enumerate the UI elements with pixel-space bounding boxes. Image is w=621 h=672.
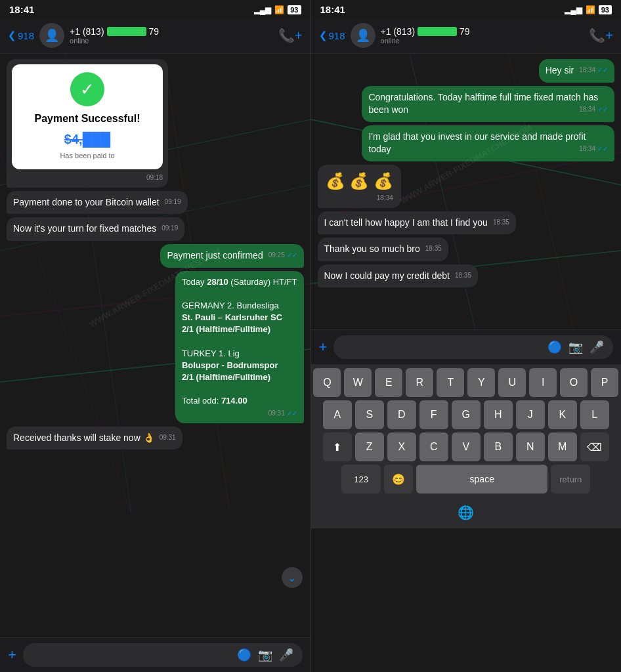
camera-icon-right[interactable]: 📷	[568, 340, 583, 354]
key-f[interactable]: F	[419, 400, 448, 429]
key-r[interactable]: R	[406, 368, 433, 397]
key-t[interactable]: T	[437, 368, 464, 397]
message-pay-credit: Now I could pay my credit debt 18:35	[318, 264, 478, 288]
key-a[interactable]: A	[323, 400, 352, 429]
globe-icon[interactable]: 🌐	[458, 505, 474, 520]
plus-button-right[interactable]: +	[319, 339, 328, 356]
key-d[interactable]: D	[387, 400, 416, 429]
contact-suffix-left: 79	[149, 26, 160, 37]
chat-header-right: ❮ 918 👤 +1 (813) 79 online 📞+	[311, 18, 622, 54]
chat-header-left: ❮ 918 👤 +1 (813) 79 online 📞+	[0, 18, 310, 54]
contact-suffix-right: 79	[460, 26, 470, 37]
name-bar-left	[107, 27, 146, 36]
key-shift[interactable]: ⬆	[323, 432, 352, 461]
keyboard-row-4: 123 😊 space return	[314, 465, 619, 494]
mic-icon-right[interactable]: 🎤	[589, 340, 604, 354]
msg-text-hey-sir: Hey sir	[546, 65, 574, 75]
message-input-right[interactable]: 🔵 📷 🎤	[333, 335, 613, 359]
key-j[interactable]: J	[516, 400, 545, 429]
message-payment-card: ✓ Payment Successful! $4,███ Has been pa…	[7, 59, 168, 188]
key-b[interactable]: B	[484, 432, 513, 461]
chat-area-left: WWW.ARWEB-FIXEDMATCHES.COM ✓ Payment Suc…	[0, 54, 310, 637]
key-k[interactable]: K	[548, 400, 577, 429]
key-c[interactable]: C	[419, 432, 448, 461]
msg-time-money-bags: 18:34	[377, 194, 393, 203]
message-hey-sir: Hey sir 18:34 ✓✓	[539, 59, 614, 83]
back-button-left[interactable]: ❮ 918	[8, 30, 34, 41]
key-space[interactable]: space	[416, 465, 547, 494]
back-button-right[interactable]: ❮ 918	[319, 30, 345, 41]
keyboard-row-2: A S D F G H J K L	[314, 400, 619, 429]
message-cant-tell: I can't tell how happy I am that I find …	[318, 211, 516, 235]
check-circle-icon: ✓	[70, 72, 104, 106]
contact-number-left: +1 (813)	[70, 26, 104, 37]
scroll-down-button[interactable]: ⌄	[282, 567, 303, 588]
contact-number-right: +1 (813)	[381, 26, 416, 37]
key-g[interactable]: G	[452, 400, 481, 429]
msg-text-pay-credit: Now I could pay my credit debt	[324, 270, 450, 281]
key-y[interactable]: Y	[467, 368, 495, 397]
keyboard-row-3: ⬆ Z X C V B N M ⌫	[314, 432, 619, 461]
key-delete[interactable]: ⌫	[580, 432, 609, 461]
chevron-left-icon: ❮	[8, 30, 16, 41]
msg-text-glad: I'm glad that you invest in our service …	[368, 131, 586, 155]
key-x[interactable]: X	[387, 432, 416, 461]
msg-time-your-turn: 09:19	[161, 224, 178, 233]
battery-right: 93	[599, 5, 612, 14]
camera-icon-left[interactable]: 📷	[258, 648, 272, 662]
key-q[interactable]: Q	[313, 368, 341, 397]
message-your-turn: Now it's your turn for fixed matches 09:…	[7, 217, 184, 241]
key-123[interactable]: 123	[341, 465, 381, 494]
signal-icon-left: ▂▄▆	[254, 5, 272, 14]
sticker-icon-left[interactable]: 🔵	[237, 648, 251, 662]
key-p[interactable]: P	[591, 368, 618, 397]
messages-right: Hey sir 18:34 ✓✓ Congratulations. Today …	[318, 59, 615, 287]
status-time-left: 18:41	[9, 4, 34, 15]
key-n[interactable]: N	[516, 432, 545, 461]
message-congratulations: Congratulations. Today halftime full tim…	[362, 86, 614, 122]
key-return[interactable]: return	[551, 465, 590, 494]
contact-info-right: +1 (813) 79 online	[381, 26, 584, 45]
message-input-left[interactable]: 🔵 📷 🎤	[23, 643, 303, 667]
msg-time-cant-tell: 18:35	[493, 218, 509, 227]
person-icon-right: 👤	[356, 28, 370, 43]
key-emoji[interactable]: 😊	[384, 465, 413, 494]
key-w[interactable]: W	[344, 368, 372, 397]
mic-icon-left[interactable]: 🎤	[279, 648, 293, 662]
msg-time-received-thanks: 09:31	[160, 433, 176, 442]
key-l[interactable]: L	[580, 400, 609, 429]
key-o[interactable]: O	[560, 368, 588, 397]
key-h[interactable]: H	[484, 400, 513, 429]
chat-area-right: WWW.ARWEB-FIXEDMATCHES.COM Hey sir 18:34…	[311, 54, 622, 329]
fixture-germany-league: GERMANY 2. Bundesliga	[182, 300, 297, 312]
key-v[interactable]: V	[452, 432, 481, 461]
fixture-total-odd: Total odd: 714.00	[182, 395, 297, 407]
avatar-right: 👤	[351, 23, 375, 48]
contact-status-left: online	[70, 37, 273, 45]
message-glad: I'm glad that you invest in our service …	[362, 125, 614, 161]
key-e[interactable]: E	[375, 368, 402, 397]
msg-time-fixture: 09:31 ✓✓	[268, 409, 297, 418]
name-bar-right	[418, 27, 457, 36]
keyboard-row-1: Q W E R T Y U I O P	[314, 368, 619, 397]
call-button-right[interactable]: 📞+	[589, 28, 613, 43]
msg-text-payment-done: Payment done to your Bitcoin wallet	[13, 197, 160, 207]
message-received-thanks: Received thanks will stake now 👌 09:31	[7, 427, 182, 450]
chevron-left-icon-right: ❮	[319, 30, 328, 41]
msg-text-thank-you: Thank you so much bro	[324, 243, 420, 254]
fixture-turkey-match: Boluspor - Bodrumspor	[182, 360, 297, 371]
msg-time-hey-sir: 18:34 ✓✓	[579, 66, 608, 75]
input-bar-right: + 🔵 📷 🎤	[311, 329, 622, 364]
key-u[interactable]: U	[498, 368, 526, 397]
key-z[interactable]: Z	[355, 432, 384, 461]
fixture-germany-match: St. Pauli – Karlsruher SC	[182, 312, 297, 324]
call-button-left[interactable]: 📞+	[278, 28, 303, 43]
status-bar-right: 18:41 ▂▄▆ 📶 93	[311, 0, 622, 18]
key-s[interactable]: S	[355, 400, 384, 429]
msg-text-congratulations: Congratulations. Today halftime full tim…	[368, 92, 598, 116]
plus-button-left[interactable]: +	[8, 646, 16, 663]
key-i[interactable]: I	[529, 368, 557, 397]
sticker-icon-right[interactable]: 🔵	[547, 340, 562, 354]
key-m[interactable]: M	[548, 432, 577, 461]
fixture-turkey-odds: 2/1 (Halftime/Fulltime)	[182, 371, 297, 383]
